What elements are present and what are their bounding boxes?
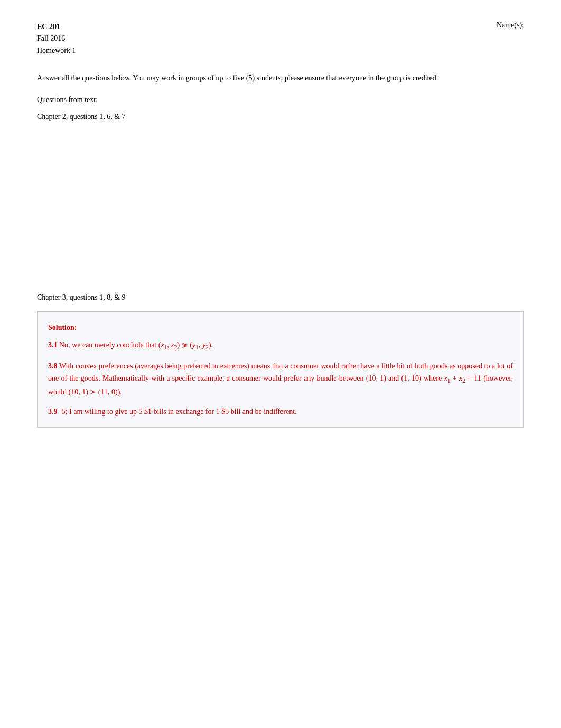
solution-box: Solution: 3.1 No, we can merely conclude… (37, 311, 524, 428)
assignment-info: Homework 1 (37, 45, 76, 57)
questions-from-text-label: Questions from text: (37, 94, 524, 106)
chapter3-questions: Chapter 3, questions 1, 8, & 9 (37, 292, 524, 303)
solution-label: Solution: (48, 321, 513, 334)
solution-number-3-9: 3.9 (48, 408, 58, 416)
instructions-text: Answer all the questions below. You may … (37, 72, 524, 84)
chapter2-questions: Chapter 2, questions 1, 6, & 7 (37, 111, 524, 123)
solution-item-3-1: 3.1 No, we can merely conclude that (x1,… (48, 339, 513, 353)
solution-number-3-1: 3.1 (48, 341, 58, 349)
solution-item-3-8: 3.8 With convex preferences (averages be… (48, 360, 513, 398)
solution-text-3-8: With convex preferences (averages being … (48, 362, 513, 396)
page-header: EC 201 Fall 2016 Homework 1 Name(s): (37, 21, 524, 57)
chapter3-section: Chapter 3, questions 1, 8, & 9 Solution:… (37, 292, 524, 428)
term-info: Fall 2016 (37, 33, 76, 44)
header-left: EC 201 Fall 2016 Homework 1 (37, 21, 76, 57)
solution-text-3-1: No, we can merely conclude that (x1, x2)… (59, 341, 213, 349)
name-label: Name(s): (497, 21, 524, 30)
course-info: EC 201 (37, 21, 76, 33)
solution-number-3-8: 3.8 (48, 362, 58, 370)
solution-item-3-9: 3.9 -5; I am willing to give up 5 $1 bil… (48, 406, 513, 418)
course-title: EC 201 (37, 23, 60, 31)
solution-text-3-9: -5; I am willing to give up 5 $1 bills i… (59, 408, 297, 416)
